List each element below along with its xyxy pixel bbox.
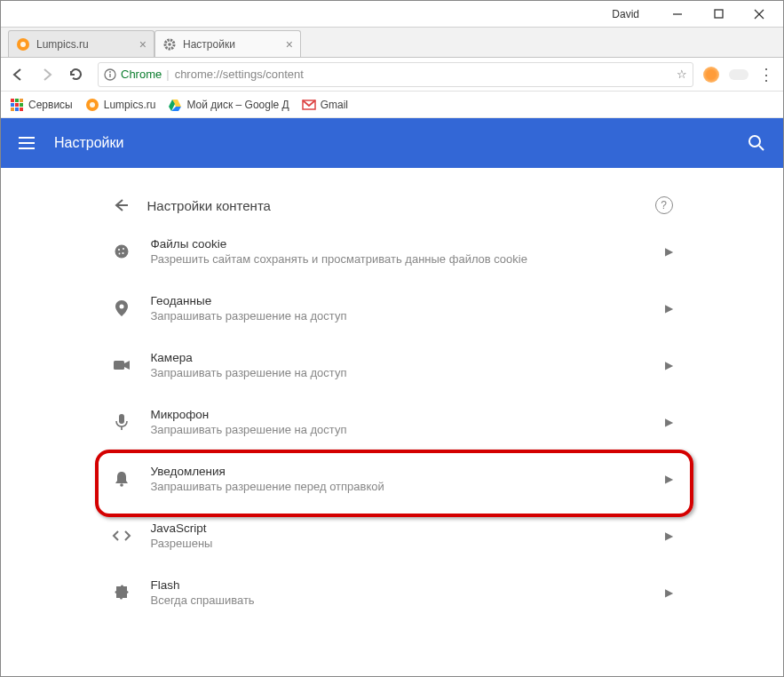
settings-row-cookie[interactable]: Файлы cookieРазрешить сайтам сохранять и… — [91, 223, 694, 280]
cookie-icon — [112, 243, 131, 259]
row-title: JavaScript — [151, 522, 665, 535]
gear-icon — [162, 37, 177, 52]
bookmark-label: Сервисы — [28, 99, 73, 111]
settings-header: Настройки — [1, 118, 783, 168]
tab-strip: Lumpics.ru × Настройки × — [1, 28, 783, 58]
page-title: Настройки контента — [147, 198, 271, 213]
row-subtitle: Разрешены — [151, 537, 665, 550]
svg-line-27 — [759, 146, 764, 150]
tab-label: Lumpics.ru — [36, 38, 89, 51]
window-user: David — [612, 8, 639, 20]
chevron-right-icon: ▶ — [665, 473, 673, 485]
search-icon[interactable] — [748, 134, 765, 152]
svg-point-31 — [122, 252, 123, 254]
forward-button[interactable] — [39, 67, 59, 83]
mic-icon — [112, 413, 131, 431]
settings-row-camera[interactable]: КамераЗапрашивать разрешение на доступ▶ — [91, 337, 694, 394]
apps-icon — [10, 98, 24, 112]
row-subtitle: Разрешить сайтам сохранять и просматрива… — [151, 252, 665, 266]
settings-row-bell[interactable]: УведомленияЗапрашивать разрешение перед … — [91, 450, 694, 507]
row-title: Камера — [151, 351, 665, 364]
menu-icon[interactable] — [19, 137, 36, 149]
svg-point-7 — [168, 43, 171, 46]
svg-rect-9 — [109, 74, 110, 77]
profile-avatar[interactable] — [703, 67, 719, 83]
row-title: Микрофон — [151, 408, 665, 421]
row-title: Уведомления — [151, 465, 665, 478]
back-arrow-icon[interactable] — [112, 196, 130, 214]
settings-row-mic[interactable]: МикрофонЗапрашивать разрешение на доступ… — [91, 394, 694, 450]
row-text: FlashВсегда спрашивать — [151, 578, 665, 607]
back-button[interactable] — [10, 67, 29, 83]
svg-rect-13 — [20, 99, 23, 102]
svg-rect-34 — [114, 361, 124, 370]
tab-lumpics[interactable]: Lumpics.ru × — [8, 30, 154, 57]
svg-point-30 — [123, 248, 124, 250]
bookmark-gmail[interactable]: Gmail — [302, 98, 348, 112]
drive-icon — [168, 98, 182, 112]
row-text: ГеоданныеЗапрашивать разрешение на досту… — [151, 294, 665, 323]
bookmark-star-icon[interactable]: ☆ — [677, 68, 687, 81]
minimize-button[interactable] — [657, 2, 698, 27]
menu-button[interactable]: ⋮ — [758, 65, 774, 84]
row-subtitle: Запрашивать разрешение на доступ — [151, 309, 665, 323]
url-text: chrome://settings/content — [175, 68, 304, 81]
svg-rect-12 — [15, 99, 19, 102]
chevron-right-icon: ▶ — [665, 302, 673, 315]
svg-rect-19 — [20, 108, 23, 111]
bell-icon — [112, 470, 131, 488]
close-tab-icon[interactable]: × — [139, 38, 147, 51]
content-settings-card: Настройки контента ? Файлы cookieРазреши… — [91, 179, 694, 621]
row-subtitle: Запрашивать разрешение перед отправкой — [151, 480, 665, 493]
svg-point-21 — [90, 102, 95, 108]
row-text: JavaScriptРазрешены — [151, 522, 665, 550]
settings-row-puzzle[interactable]: FlashВсегда спрашивать▶ — [91, 564, 694, 621]
url-input[interactable]: Chrome | chrome://settings/content ☆ — [98, 62, 693, 87]
chevron-right-icon: ▶ — [665, 416, 673, 428]
window-titlebar: David — [1, 1, 783, 28]
svg-rect-11 — [11, 99, 14, 102]
row-subtitle: Запрашивать разрешение на доступ — [151, 366, 665, 379]
bookmark-lumpics[interactable]: Lumpics.ru — [85, 98, 156, 112]
svg-point-26 — [749, 136, 760, 147]
reload-button[interactable] — [68, 67, 88, 82]
close-tab-icon[interactable]: × — [286, 38, 293, 51]
chevron-right-icon: ▶ — [665, 530, 673, 542]
maximize-button[interactable] — [698, 2, 739, 27]
row-title: Файлы cookie — [151, 237, 665, 251]
orange-circle-icon — [16, 37, 30, 52]
row-text: Файлы cookieРазрешить сайтам сохранять и… — [151, 237, 665, 266]
card-header: Настройки контента ? — [91, 179, 694, 223]
svg-point-28 — [115, 245, 128, 259]
row-title: Flash — [151, 578, 665, 592]
bookmarks-bar: Сервисы Lumpics.ru Мой диск – Google Д G… — [1, 92, 783, 118]
content-scroll[interactable]: Настройки контента ? Файлы cookieРазреши… — [1, 168, 783, 676]
svg-rect-16 — [20, 103, 23, 107]
settings-title: Настройки — [54, 135, 123, 151]
chevron-right-icon: ▶ — [665, 586, 673, 599]
bookmark-drive[interactable]: Мой диск – Google Д — [168, 98, 289, 112]
row-title: Геоданные — [151, 294, 665, 307]
settings-row-location[interactable]: ГеоданныеЗапрашивать разрешение на досту… — [91, 280, 694, 337]
info-icon — [104, 68, 116, 81]
help-icon[interactable]: ? — [655, 196, 673, 214]
close-window-button[interactable] — [739, 2, 780, 27]
orange-circle-icon — [85, 98, 99, 112]
settings-row-code[interactable]: JavaScriptРазрешены▶ — [91, 507, 694, 564]
svg-rect-15 — [15, 103, 19, 107]
row-subtitle: Запрашивать разрешение на доступ — [151, 423, 665, 436]
svg-point-5 — [20, 42, 26, 47]
bookmark-label: Lumpics.ru — [104, 99, 156, 111]
chevron-right-icon: ▶ — [665, 245, 673, 258]
tab-settings[interactable]: Настройки × — [154, 30, 301, 57]
svg-point-32 — [118, 253, 120, 255]
bookmark-services[interactable]: Сервисы — [10, 98, 73, 112]
svg-rect-35 — [119, 414, 124, 424]
puzzle-icon — [112, 584, 131, 601]
row-text: МикрофонЗапрашивать разрешение на доступ — [151, 408, 665, 436]
url-scheme: Chrome — [121, 68, 162, 81]
profile-badge — [729, 69, 748, 80]
svg-point-10 — [109, 71, 111, 73]
svg-point-29 — [117, 249, 119, 251]
address-bar: Chrome | chrome://settings/content ☆ ⋮ — [1, 58, 783, 92]
